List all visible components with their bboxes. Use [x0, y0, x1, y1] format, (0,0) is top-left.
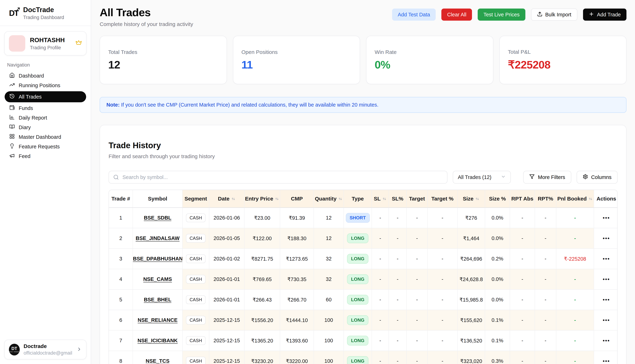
cell-cmp: ₹188.30: [280, 228, 314, 249]
cell-size: ₹1,464: [458, 228, 485, 249]
test-live-prices-button[interactable]: Test Live Prices: [478, 8, 525, 21]
trades-filter-dropdown[interactable]: All Trades (12): [453, 171, 511, 184]
cell-cmp: ₹266.70: [280, 290, 314, 310]
plus-icon: [589, 12, 594, 18]
symbol-link[interactable]: BSE_SDBL: [144, 215, 171, 220]
cell-cmp: ₹91.39: [280, 208, 314, 228]
trades-table: Trade #SymbolSegmentDateEntry PriceCMPQu…: [109, 190, 617, 364]
stat-card-total-trades: Total Trades 12: [100, 36, 227, 84]
lightbulb-icon: [9, 143, 15, 150]
more-filters-button[interactable]: More Filters: [523, 171, 571, 184]
sidebar-item-running-positions[interactable]: Running Positions: [5, 80, 86, 90]
type-badge: LONG: [347, 234, 368, 243]
cell-qty: 100: [314, 330, 344, 351]
cell-sl_pct: -: [389, 351, 407, 364]
type-badge: LONG: [347, 274, 368, 284]
cell-size: ₹15,985.8: [458, 290, 485, 310]
row-actions-button[interactable]: •••: [603, 276, 610, 282]
row-actions-button[interactable]: •••: [603, 338, 610, 344]
sidebar-item-funds[interactable]: Funds: [5, 103, 86, 113]
symbol-link[interactable]: NSE_CAMS: [143, 276, 172, 282]
column-header-size[interactable]: Size: [458, 190, 485, 208]
sidebar-item-dashboard[interactable]: Dashboard: [5, 71, 86, 80]
row-actions-button[interactable]: •••: [603, 215, 610, 221]
cell-num: 6: [109, 310, 133, 330]
column-header-rpt-abs: RPT Abs: [510, 190, 535, 208]
stat-label: Total Trades: [108, 49, 218, 55]
sidebar-item-feature-requests[interactable]: Feature Requests: [5, 142, 86, 152]
profile-card[interactable]: ROHTASHH Trading Profile: [4, 31, 87, 56]
header-actions: Add Test Data Clear All Test Live Prices…: [392, 8, 626, 21]
symbol-link[interactable]: BSE_BHEL: [144, 297, 171, 302]
cell-sl_pct: -: [389, 330, 407, 351]
cell-sl_pct: -: [389, 290, 407, 310]
cell-target_pct: -: [428, 310, 458, 330]
page-subtitle: Complete history of your trading activit…: [100, 21, 193, 27]
column-header-entry-price[interactable]: Entry Price: [245, 190, 280, 208]
sidebar-item-diary[interactable]: Diary: [5, 122, 86, 132]
cell-size: ₹264,696: [458, 249, 485, 269]
cell-sl: -: [372, 208, 389, 228]
column-header-symbol: Symbol: [133, 190, 183, 208]
bulk-import-button[interactable]: Bulk Import: [531, 8, 577, 21]
brand-name: DocTrade: [23, 6, 64, 14]
columns-button[interactable]: Columns: [577, 171, 617, 184]
cell-rpt_abs: -: [510, 330, 535, 351]
note-text: If you don't see the CMP (Current Market…: [120, 102, 378, 108]
cell-sl: -: [372, 310, 389, 330]
segment-badge: CASH: [186, 336, 205, 345]
sidebar-item-all-trades[interactable]: All Trades: [5, 91, 86, 102]
profile-avatar: [9, 35, 25, 52]
row-actions-button[interactable]: •••: [603, 317, 610, 323]
cell-rpt_abs: -: [510, 269, 535, 290]
cell-rpt_abs: -: [510, 310, 535, 330]
cell-rpt_abs: -: [510, 249, 535, 269]
search-input[interactable]: [109, 171, 447, 184]
row-actions-button[interactable]: •••: [603, 235, 610, 241]
account-card[interactable]: DT DOC TRADE Doctrade officialdoctrade@g…: [4, 340, 87, 359]
column-header-trade: Trade #: [109, 190, 133, 208]
sidebar-item-feed[interactable]: Feed: [5, 152, 86, 161]
cell-qty: 100: [314, 351, 344, 364]
main-content: All Trades Complete history of your trad…: [91, 0, 635, 364]
column-header-type: Type: [344, 190, 372, 208]
stat-card-open-positions: Open Positions 11: [233, 36, 360, 84]
symbol-link[interactable]: NSE_ICICIBANK: [138, 338, 178, 343]
column-header-sl[interactable]: SL: [372, 190, 389, 208]
stat-value: 12: [108, 58, 218, 71]
account-avatar: DT DOC TRADE: [9, 344, 20, 356]
table-row: 6NSE_RELIANCECASH2025-12-15₹1556.20₹1444…: [109, 310, 617, 330]
cell-num: 5: [109, 290, 133, 310]
cell-target_pct: -: [428, 269, 458, 290]
row-actions-button[interactable]: •••: [603, 256, 610, 262]
cell-entry: ₹23.00: [245, 208, 280, 228]
upload-icon: [537, 12, 542, 18]
cell-target: -: [407, 208, 428, 228]
sidebar-item-daily-report[interactable]: Daily Report: [5, 113, 86, 122]
row-actions-button[interactable]: •••: [603, 297, 610, 302]
brand-header: DT DocTrade Trading Dashboard: [0, 0, 91, 26]
segment-badge: CASH: [186, 254, 205, 263]
cell-target: -: [407, 249, 428, 269]
wallet-icon: [9, 105, 15, 112]
cell-sl: -: [372, 330, 389, 351]
symbol-link[interactable]: BSE_DPABHUSHAN: [133, 256, 183, 262]
column-header-quantity[interactable]: Quantity: [314, 190, 344, 208]
trade-history-card: Trade History Filter and search through …: [100, 125, 626, 364]
crown-icon: [76, 40, 82, 47]
cell-cmp: ₹1444.10: [280, 310, 314, 330]
row-actions-button[interactable]: •••: [603, 358, 610, 364]
add-test-data-button[interactable]: Add Test Data: [392, 8, 436, 21]
nav-items: DashboardRunning PositionsAll TradesFund…: [5, 71, 86, 161]
symbol-link[interactable]: NSE_RELIANCE: [138, 317, 178, 323]
doctrade-logo-icon: DT: [9, 8, 19, 18]
clear-all-button[interactable]: Clear All: [441, 8, 472, 21]
column-header-date[interactable]: Date: [209, 190, 245, 208]
pnl-booked-value: -: [574, 215, 576, 220]
add-trade-button[interactable]: Add Trade: [583, 8, 626, 21]
sidebar-item-master-dashboard[interactable]: Master Dashboard: [5, 132, 86, 142]
symbol-link[interactable]: NSE_TCS: [146, 358, 170, 364]
column-header-pnl-booked[interactable]: Pnl Booked: [556, 190, 594, 208]
symbol-link[interactable]: BSE_JINDALSAW: [136, 235, 180, 241]
sidebar-nav: Navigation DashboardRunning PositionsAll…: [0, 62, 91, 161]
